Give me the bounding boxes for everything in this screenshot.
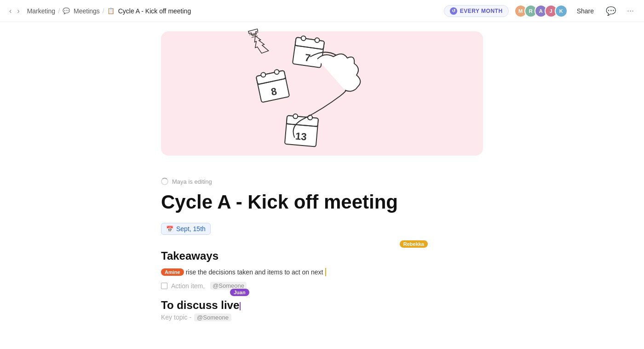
key-topic-label: Key topic - (161, 314, 191, 321)
juan-cursor-badge: Juan (230, 289, 249, 296)
meetings-icon: 💬 (63, 7, 70, 14)
forward-button[interactable]: › (15, 6, 21, 16)
calendar-illustration: 7 8 13 (230, 27, 377, 169)
back-button[interactable]: ‹ (7, 6, 13, 16)
main-content: 7 8 13 (0, 22, 644, 349)
date-label: Sept, 15th (176, 225, 206, 233)
document-title[interactable]: Cycle A - Kick off meeting (161, 191, 483, 214)
breadcrumb-marketing[interactable]: Marketing (27, 7, 55, 15)
breadcrumb: Marketing / 💬 Meetings / 📋 Cycle A - Kic… (27, 7, 191, 15)
takeaways-heading: Takeaways Rebekka (161, 250, 483, 262)
editing-indicator: Maya is editing (161, 178, 483, 185)
action-item-row: Action item, @Someone (161, 282, 483, 290)
breadcrumb-meetings[interactable]: Meetings (74, 7, 100, 15)
breadcrumb-sep-2: / (103, 7, 104, 15)
editing-text: Maya is editing (172, 178, 212, 185)
takeaways-section: Takeaways Rebekka Amine rise the decisio… (161, 250, 483, 290)
doc-icon: 📋 (107, 7, 115, 14)
svg-point-12 (260, 72, 266, 78)
svg-point-6 (301, 36, 306, 41)
rebekka-cursor-badge: Rebekka (400, 240, 428, 248)
nav-right: ↺ EVERY MONTH M R A J K Share 💬 ··· (444, 4, 637, 18)
amine-cursor-badge: Amine (161, 268, 184, 276)
comment-button[interactable]: 💬 (603, 4, 619, 18)
top-navigation: ‹ › Marketing / 💬 Meetings / 📋 Cycle A -… (0, 0, 644, 22)
breadcrumb-sep-1: / (58, 7, 60, 15)
takeaways-body[interactable]: Amine rise the decisions taken and items… (161, 268, 483, 276)
key-topic-row: Key topic - @Someone (161, 314, 483, 321)
discuss-section: Juan To discuss live Key topic - @Someon… (161, 299, 483, 321)
svg-point-13 (274, 69, 280, 75)
page-container: 7 8 13 (161, 22, 483, 331)
action-text: Action item, (171, 282, 205, 290)
recurrence-label: EVERY MONTH (460, 8, 503, 14)
action-checkbox[interactable] (161, 283, 167, 289)
key-topic-mention[interactable]: @Someone (194, 314, 231, 321)
takeaways-text-content: rise the decisions taken and items to ac… (186, 268, 323, 276)
nav-arrows: ‹ › (7, 6, 22, 16)
date-badge[interactable]: 📅 Sept, 15th (161, 223, 211, 235)
collaborator-avatars: M R A J K (514, 5, 568, 17)
hero-banner: 7 8 13 (161, 31, 483, 156)
calendar-icon: 📅 (166, 226, 173, 233)
recurrence-badge[interactable]: ↺ EVERY MONTH (444, 5, 509, 17)
discuss-heading-wrapper: Juan To discuss live (161, 299, 241, 312)
editing-spinner-icon (161, 178, 168, 185)
svg-point-7 (315, 38, 320, 43)
rebekka-cursor-line (325, 268, 326, 276)
svg-text:13: 13 (295, 130, 307, 143)
recurrence-icon: ↺ (450, 7, 457, 15)
svg-point-18 (293, 114, 298, 119)
share-button[interactable]: Share (573, 6, 598, 17)
juan-cursor-line (240, 302, 241, 310)
discuss-heading[interactable]: To discuss live (161, 299, 241, 312)
avatar-5[interactable]: K (555, 5, 568, 17)
more-options-button[interactable]: ··· (624, 4, 637, 17)
breadcrumb-current: Cycle A - Kick off meeting (118, 7, 191, 15)
